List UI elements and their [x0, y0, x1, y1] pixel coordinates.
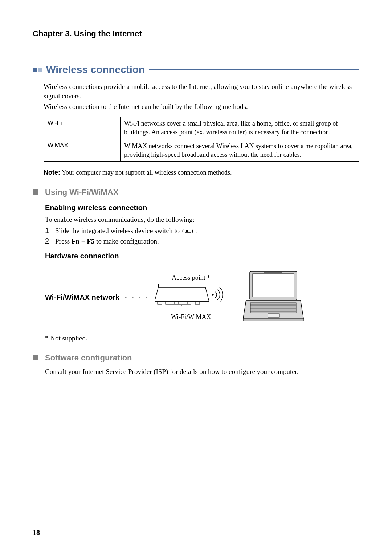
- svg-rect-16: [253, 274, 294, 297]
- subsection-title: Using Wi-Fi/WiMAX: [45, 188, 359, 197]
- table-cell-key: Wi-Fi: [44, 117, 121, 139]
- svg-rect-10: [158, 302, 162, 304]
- access-point-icon: [155, 284, 227, 311]
- note-text: Your computer may not support all wirele…: [62, 169, 232, 176]
- section-body: Wireless connections provide a mobile ac…: [44, 82, 359, 177]
- table-cell-key: WiMAX: [44, 139, 121, 162]
- subsection-title: Software configuration: [45, 353, 359, 363]
- section-title: Wireless connection: [46, 64, 145, 76]
- table-row: Wi-Fi Wi-Fi networks cover a small physi…: [44, 117, 359, 139]
- table-row: WiMAX WiMAX networks connect several Wir…: [44, 139, 359, 162]
- list-item: 1 Slide the integrated wireless device s…: [45, 227, 359, 236]
- access-point-caption-bottom: Wi-Fi/WiMAX: [155, 313, 227, 321]
- laptop-icon: [242, 269, 304, 325]
- section-rule: [149, 69, 359, 70]
- section-bullet-icon: [33, 68, 42, 72]
- svg-point-13: [212, 294, 213, 295]
- chapter-heading: Chapter 3. Using the Internet: [33, 29, 359, 38]
- svg-text:): ): [192, 228, 193, 233]
- svg-rect-11: [195, 302, 200, 304]
- intro-paragraph-2: Wireless connection to the Internet can …: [44, 102, 359, 111]
- connection-methods-table: Wi-Fi Wi-Fi networks cover a small physi…: [44, 117, 359, 162]
- steps-list: 1 Slide the integrated wireless device s…: [45, 227, 359, 245]
- step-text: Slide the integrated wireless device swi…: [55, 227, 197, 236]
- page-number: 18: [33, 529, 40, 537]
- svg-rect-2: [186, 230, 188, 232]
- dash-connector: - - - -: [124, 294, 149, 301]
- note-label: Note:: [44, 169, 60, 176]
- step-number: 2: [45, 237, 55, 245]
- subsection-bullet-icon: [33, 355, 38, 360]
- footnote: * Not supplied.: [45, 334, 359, 342]
- subsection-bullet-icon: [33, 189, 38, 195]
- svg-rect-25: [268, 314, 279, 317]
- wireless-switch-icon: ( ): [182, 228, 195, 236]
- step-number: 1: [45, 227, 55, 235]
- subsection-using-wifi: Using Wi-Fi/WiMAX Enabling wireless conn…: [33, 188, 359, 342]
- access-point-caption-top: Access point *: [155, 274, 227, 282]
- hardware-diagram: Wi-Fi/WiMAX network - - - - Access point…: [45, 269, 359, 325]
- table-cell-desc: Wi-Fi networks cover a small physical ar…: [121, 117, 359, 139]
- svg-rect-17: [264, 272, 282, 273]
- enable-intro: To enable wireless communications, do th…: [45, 216, 359, 224]
- table-cell-desc: WiMAX networks connect several Wireless …: [121, 139, 359, 162]
- svg-text:(: (: [182, 228, 184, 233]
- heading-hardware: Hardware connection: [45, 252, 359, 260]
- section-title-row: Wireless connection: [33, 64, 359, 76]
- software-config-text: Consult your Internet Service Provider (…: [45, 368, 359, 376]
- access-point-block: Access point *: [155, 274, 227, 321]
- network-label: Wi-Fi/WiMAX network: [45, 293, 119, 302]
- list-item: 2 Press Fn + F5 to make configuration.: [45, 237, 359, 245]
- heading-enabling: Enabling wireless connection: [45, 204, 359, 212]
- note-row: Note: Your computer may not support all …: [44, 168, 359, 177]
- step-text: Press Fn + F5 to make configuration.: [55, 237, 159, 245]
- intro-paragraph-1: Wireless connections provide a mobile ac…: [44, 82, 359, 101]
- subsection-software-config: Software configuration Consult your Inte…: [33, 353, 359, 376]
